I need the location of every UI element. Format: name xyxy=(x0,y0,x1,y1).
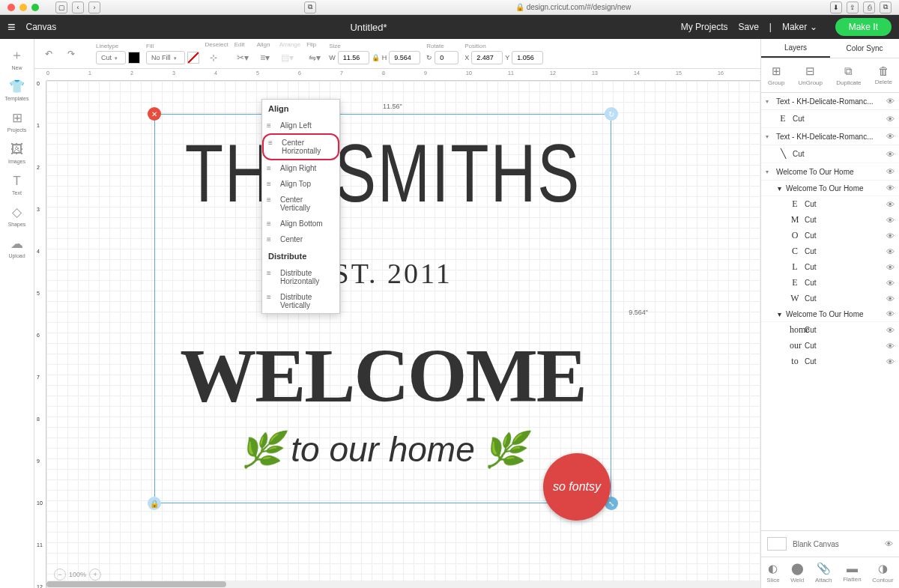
layer-item[interactable]: ECut👁 xyxy=(761,275,899,291)
design-text-smiths[interactable]: THE SMITHS xyxy=(170,126,596,220)
visibility-icon[interactable]: 👁 xyxy=(886,279,895,288)
linetype-select[interactable]: Cut xyxy=(96,51,126,64)
tool-images[interactable]: 🖼Images xyxy=(3,138,31,168)
color-sync-tab[interactable]: Color Sync xyxy=(830,39,899,58)
lock-aspect-icon[interactable]: 🔒 xyxy=(372,54,380,61)
chevron-down-icon[interactable]: ▾ xyxy=(766,133,772,140)
blank-canvas-row[interactable]: Blank Canvas 👁 xyxy=(761,530,899,557)
tool-shapes[interactable]: ◇Shapes xyxy=(3,201,31,231)
visibility-icon[interactable]: 👁 xyxy=(886,184,895,193)
visibility-icon[interactable]: 👁 xyxy=(886,357,895,366)
design-text-toourhome[interactable]: 🌿 to our home 🌿 xyxy=(155,429,611,470)
layer-item[interactable]: MCut👁 xyxy=(761,212,899,228)
contour-button[interactable]: ◑Contour xyxy=(872,562,893,584)
selection-box[interactable]: THE SMITHS EST. 2011 WELCOME 🌿 to our ho… xyxy=(154,114,611,503)
back-icon[interactable]: ‹ xyxy=(72,1,84,13)
tool-text[interactable]: TText xyxy=(3,169,31,199)
visibility-icon[interactable]: 👁 xyxy=(885,539,893,548)
align-button[interactable]: ≡▾ xyxy=(257,49,273,66)
save-button[interactable]: Save xyxy=(738,22,758,32)
share-icon[interactable]: ⇪ xyxy=(847,1,859,13)
chevron-down-icon[interactable]: ▾ xyxy=(778,184,781,193)
horizontal-scrollbar[interactable] xyxy=(46,581,760,588)
tabs-icon[interactable]: ⧉ xyxy=(880,1,892,13)
fill-select[interactable]: No Fill xyxy=(146,51,185,64)
zoom-in-button[interactable]: + xyxy=(89,569,101,581)
layer-item[interactable]: WCut👁 xyxy=(761,291,899,306)
layer-item[interactable]: ▾Welcome To Our Home👁 xyxy=(761,181,899,196)
delete-button[interactable]: 🗑Delete xyxy=(875,64,892,86)
align-align-bottom[interactable]: Align Bottom xyxy=(262,216,339,231)
layer-item[interactable]: ╲Cut👁 xyxy=(761,145,899,163)
visibility-icon[interactable]: 👁 xyxy=(886,309,895,318)
visibility-icon[interactable]: 👁 xyxy=(886,167,895,176)
chevron-down-icon[interactable]: ▾ xyxy=(766,98,772,105)
reader-icon[interactable]: ⧉ xyxy=(304,1,316,13)
my-projects-link[interactable]: My Projects xyxy=(681,22,728,32)
layer-item[interactable]: toCut👁 xyxy=(761,354,899,369)
tool-templates[interactable]: 👕Templates xyxy=(3,75,31,105)
linetype-color[interactable] xyxy=(128,52,140,64)
canvas[interactable]: 01234567891011121314151617 0123456789101… xyxy=(34,69,760,588)
visibility-icon[interactable]: 👁 xyxy=(886,342,895,351)
layer-item[interactable]: ECut👁 xyxy=(761,196,899,212)
design-text-est[interactable]: EST. 2011 xyxy=(155,257,611,290)
flip-button[interactable]: ⇋▾ xyxy=(306,49,323,66)
align-align-left[interactable]: Align Left xyxy=(262,118,339,133)
design-text-welcome[interactable]: WELCOME xyxy=(155,332,611,419)
pos-x-input[interactable] xyxy=(471,51,503,64)
visibility-icon[interactable]: 👁 xyxy=(886,231,895,240)
visibility-icon[interactable]: 👁 xyxy=(886,200,895,209)
visibility-icon[interactable]: 👁 xyxy=(886,132,895,141)
height-input[interactable] xyxy=(389,51,420,64)
layer-item[interactable]: ourCut👁 xyxy=(761,338,899,354)
visibility-icon[interactable]: 👁 xyxy=(886,97,895,106)
width-input[interactable] xyxy=(338,51,369,64)
distribute-distribute-horizontally[interactable]: Distribute Horizontally xyxy=(262,265,339,289)
lock-handle[interactable]: 🔒 xyxy=(148,497,161,510)
rotate-handle[interactable]: ↻ xyxy=(605,107,618,121)
print-icon[interactable]: ⎙ xyxy=(863,1,875,13)
layer-item[interactable]: ▾Text - KH-Delicate-Romanc...👁 xyxy=(761,93,899,110)
tool-new[interactable]: ＋New xyxy=(3,43,31,73)
chevron-down-icon[interactable]: ▾ xyxy=(766,169,772,175)
align-center-vertically[interactable]: Center Vertically xyxy=(262,192,339,216)
visibility-icon[interactable]: 👁 xyxy=(886,326,895,335)
scroll-thumb[interactable] xyxy=(46,581,226,587)
redo-button[interactable]: ↷ xyxy=(63,46,79,62)
visibility-icon[interactable]: 👁 xyxy=(886,247,895,256)
forward-icon[interactable]: › xyxy=(88,1,100,13)
sidebar-toggle-icon[interactable]: ▢ xyxy=(55,1,67,13)
layer-item[interactable]: LCut👁 xyxy=(761,259,899,275)
layers-tab[interactable]: Layers xyxy=(761,39,830,58)
tool-projects[interactable]: ⊞Projects xyxy=(3,106,31,136)
layer-item[interactable]: ▾Welcome To Our Home👁 xyxy=(761,163,899,181)
pos-y-input[interactable] xyxy=(512,51,543,64)
download-icon[interactable]: ⬇ xyxy=(830,1,842,13)
visibility-icon[interactable]: 👁 xyxy=(886,216,895,225)
visibility-icon[interactable]: 👁 xyxy=(886,115,895,124)
layer-item[interactable]: homeCut👁 xyxy=(761,322,899,338)
delete-handle[interactable]: ✕ xyxy=(148,107,161,121)
group-button[interactable]: ⊞Group xyxy=(768,64,784,86)
flatten-button[interactable]: ▬Flatten xyxy=(843,562,861,584)
project-title[interactable]: Untitled* xyxy=(56,22,681,33)
chevron-down-icon[interactable]: ▾ xyxy=(778,310,781,318)
make-it-button[interactable]: Make It xyxy=(835,18,892,36)
layer-item[interactable]: ▾Welcome To Our Home👁 xyxy=(761,306,899,322)
maximize-window[interactable] xyxy=(31,4,39,11)
align-align-right[interactable]: Align Right xyxy=(262,160,339,176)
address-bar[interactable]: 🔒 design.cricut.com/#/design/new xyxy=(321,3,826,11)
tool-upload[interactable]: ☁Upload xyxy=(3,232,31,262)
machine-select[interactable]: Maker ⌄ xyxy=(782,22,817,32)
rotate-input[interactable] xyxy=(435,51,458,64)
attach-button[interactable]: 📎Attach xyxy=(815,562,832,584)
undo-button[interactable]: ↶ xyxy=(40,46,57,62)
layer-item[interactable]: ▾Text - KH-Delicate-Romanc...👁 xyxy=(761,128,899,145)
layer-item[interactable]: ECut👁 xyxy=(761,110,899,128)
deselect-button[interactable]: ⊹ xyxy=(205,49,222,66)
weld-button[interactable]: ⬤Weld xyxy=(790,562,804,584)
duplicate-button[interactable]: ⧉Duplicate xyxy=(836,64,861,86)
visibility-icon[interactable]: 👁 xyxy=(886,150,895,159)
align-align-top[interactable]: Align Top xyxy=(262,176,339,192)
